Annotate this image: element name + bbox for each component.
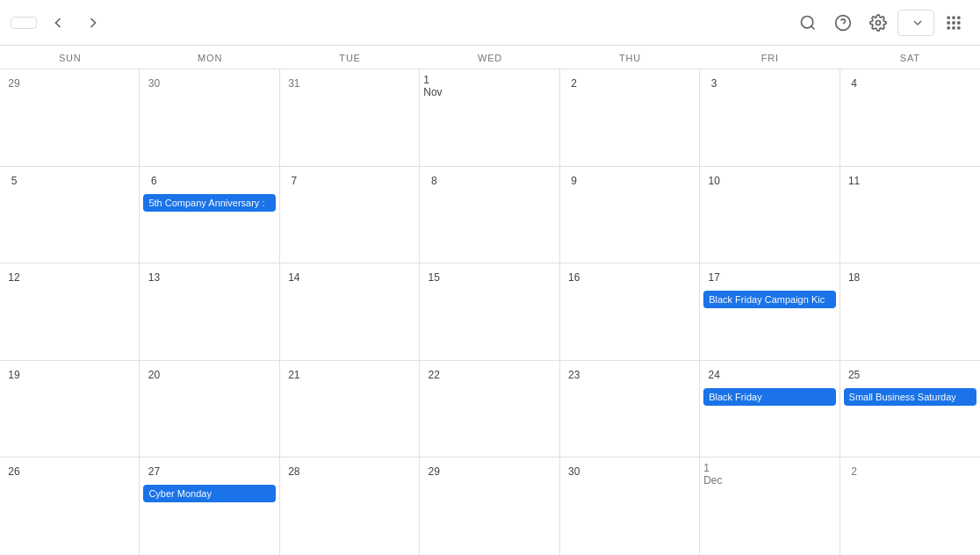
day-number[interactable]: 2 (564, 73, 585, 94)
calendar-cell[interactable]: 25Small Business Saturday (840, 361, 980, 458)
day-number[interactable]: 9 (564, 170, 585, 191)
day-header-sun: SUN (0, 46, 140, 68)
day-number[interactable]: 24 (703, 364, 724, 386)
calendar-cell[interactable]: 13 (140, 263, 279, 361)
calendar-cell[interactable]: 8 (420, 167, 559, 264)
day-number[interactable]: 5 (4, 170, 25, 191)
calendar-cell[interactable]: 3 (700, 69, 839, 167)
calendar: SUNMONTUEWEDTHUFRISAT 2930311 Nov234565t… (0, 46, 980, 555)
calendar-cell[interactable]: 15 (420, 263, 559, 361)
day-number[interactable]: 4 (844, 73, 865, 94)
today-button[interactable] (11, 17, 37, 29)
calendar-cell[interactable]: 9 (560, 167, 700, 264)
calendar-cell[interactable]: 65th Company Anniversary : (140, 167, 279, 264)
svg-rect-10 (957, 21, 960, 24)
calendar-cell[interactable]: 4 (840, 69, 980, 167)
day-number[interactable]: 3 (703, 73, 724, 94)
calendar-event[interactable]: Cyber Monday (143, 485, 275, 502)
calendar-cell[interactable]: 1 Nov (420, 69, 559, 167)
day-number[interactable]: 6 (143, 170, 164, 191)
chevron-down-icon (911, 16, 925, 30)
day-number[interactable]: 17 (703, 267, 724, 288)
day-header-wed: WED (420, 46, 559, 68)
svg-rect-6 (952, 16, 955, 18)
svg-rect-12 (952, 26, 955, 29)
day-number[interactable]: 16 (564, 267, 585, 288)
calendar-cell[interactable]: 10 (700, 167, 839, 264)
apps-button[interactable] (938, 7, 969, 39)
day-number[interactable]: 29 (423, 461, 444, 482)
day-number[interactable]: 28 (284, 461, 305, 482)
calendar-cell[interactable]: 24Black Friday (700, 361, 839, 458)
day-number[interactable]: 30 (564, 461, 585, 482)
calendar-cell[interactable]: 20 (140, 361, 279, 458)
day-number[interactable]: 30 (143, 73, 164, 94)
calendar-cell[interactable]: 23 (560, 361, 700, 458)
day-number[interactable]: 13 (143, 267, 164, 288)
next-button[interactable] (79, 9, 107, 37)
calendar-cell[interactable]: 7 (280, 167, 420, 264)
svg-rect-11 (948, 26, 950, 29)
day-number[interactable]: 26 (4, 461, 25, 482)
day-number[interactable]: 18 (844, 267, 865, 288)
day-number[interactable]: 10 (703, 170, 724, 191)
calendar-event[interactable]: Black Friday (703, 388, 835, 406)
day-header-tue: TUE (280, 46, 420, 68)
svg-rect-8 (948, 21, 950, 24)
calendar-cell[interactable]: 11 (840, 167, 980, 264)
search-button[interactable] (792, 7, 824, 39)
day-number[interactable]: 20 (143, 364, 164, 386)
day-number[interactable]: 2 (844, 461, 865, 482)
day-number[interactable]: 21 (284, 364, 305, 386)
day-number[interactable]: 1 Nov (423, 76, 444, 97)
calendar-cell[interactable]: 21 (280, 361, 420, 458)
day-number[interactable]: 23 (564, 364, 585, 386)
day-number[interactable]: 25 (844, 364, 865, 386)
svg-point-4 (876, 20, 881, 25)
calendar-cell[interactable]: 22 (420, 361, 559, 458)
calendar-event[interactable]: Small Business Saturday (844, 388, 976, 406)
day-number[interactable]: 1 Dec (703, 464, 724, 485)
day-number[interactable]: 14 (284, 267, 305, 288)
calendar-header (0, 0, 980, 46)
calendar-cell[interactable]: 29 (0, 69, 140, 167)
calendar-cell[interactable]: 1 Dec (700, 458, 839, 555)
calendar-cell[interactable]: 27Cyber Monday (140, 458, 279, 555)
day-number[interactable]: 19 (4, 364, 25, 386)
day-header-fri: FRI (700, 46, 839, 68)
day-headers: SUNMONTUEWEDTHUFRISAT (0, 46, 980, 69)
day-number[interactable]: 29 (4, 73, 25, 94)
calendar-cell[interactable]: 12 (0, 263, 140, 361)
prev-button[interactable] (44, 9, 72, 37)
calendar-event[interactable]: Black Friday Campaign Kic (703, 291, 835, 308)
day-number[interactable]: 15 (423, 267, 444, 288)
help-button[interactable] (827, 7, 859, 39)
calendar-cell[interactable]: 17Black Friday Campaign Kic (700, 263, 839, 361)
calendar-cell[interactable]: 18 (840, 263, 980, 361)
day-number[interactable]: 11 (844, 170, 865, 191)
calendar-cell[interactable]: 19 (0, 361, 140, 458)
view-selector[interactable] (897, 10, 934, 36)
day-number[interactable]: 12 (4, 267, 25, 288)
day-number[interactable]: 7 (284, 170, 305, 191)
svg-point-0 (802, 16, 813, 27)
svg-rect-9 (952, 21, 955, 24)
calendar-cell[interactable]: 30 (560, 458, 700, 555)
calendar-cell[interactable]: 14 (280, 263, 420, 361)
calendar-cell[interactable]: 2 (840, 458, 980, 555)
calendar-cell[interactable]: 29 (420, 458, 559, 555)
day-number[interactable]: 22 (423, 364, 444, 386)
calendar-cell[interactable]: 5 (0, 167, 140, 264)
day-number[interactable]: 8 (423, 170, 444, 191)
settings-button[interactable] (862, 7, 894, 39)
calendar-cell[interactable]: 26 (0, 458, 140, 555)
calendar-cell[interactable]: 31 (280, 69, 420, 167)
calendar-event[interactable]: 5th Company Anniversary : (143, 194, 275, 212)
calendar-cell[interactable]: 28 (280, 458, 420, 555)
calendar-cell[interactable]: 30 (140, 69, 279, 167)
calendar-cell[interactable]: 16 (560, 263, 700, 361)
calendar-cell[interactable]: 2 (560, 69, 700, 167)
day-number[interactable]: 27 (143, 461, 164, 482)
svg-rect-5 (948, 16, 950, 18)
day-number[interactable]: 31 (284, 73, 305, 94)
